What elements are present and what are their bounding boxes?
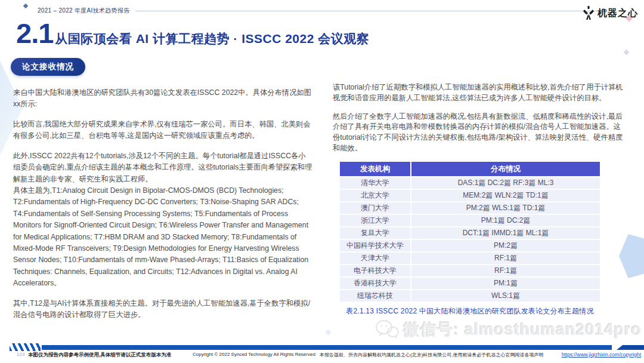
synced-logo-icon: [583, 5, 595, 21]
cell-institution: 中国科学技术大学: [340, 240, 411, 251]
footer-copyright: Copyright © 2022 Synced Technology All R…: [193, 352, 315, 357]
cell-distribution: PM:2篇 WLS:1篇 TD:1篇: [411, 202, 600, 214]
table-row: 清华大学 DAS:1篇 DC:2篇 RF:3篇 ML:3: [340, 177, 600, 189]
table-row: 中国科学技术大学 PM:2篇: [340, 240, 600, 251]
cell-distribution: DAS:1篇 DC:2篇 RF:3篇 ML:3: [411, 177, 600, 189]
table-row: 纽瑞芯科技 WLS:1篇: [340, 290, 600, 302]
footer-bar: [42, 345, 612, 350]
table-row: 北京大学 MEM:2篇 WLN:2篇 TD:1篇: [340, 190, 600, 201]
table-row: 浙江大学 PM:1篇 DC:2篇: [340, 215, 600, 226]
wechat-watermark-text: 微信号: almosthuman2014pro: [403, 319, 642, 340]
right-text-column: 该Tutorial介绍了近期数字和模拟人工智能加速器的实用概述和比较,首先介绍了…: [333, 82, 625, 316]
cell-institution: 纽瑞芯科技: [340, 290, 411, 302]
section-title-row: 2.1 从国际顶会看 AI 计算工程趋势 · ISSCC 2022 会议观察: [16, 17, 369, 50]
cell-institution: 天津大学: [340, 253, 411, 264]
table-header-institution: 发表机构: [340, 162, 411, 176]
page-title: 从国际顶会看 AI 计算工程趋势 · ISSCC 2022 会议观察: [55, 30, 369, 47]
table-row: 香港科技大学 PM:1篇: [340, 278, 600, 289]
navy-diamond-decoration: [23, 4, 28, 8]
cell-institution: 香港科技大学: [340, 278, 411, 289]
footer-bar-end: [617, 345, 644, 350]
section-number: 2.1: [16, 17, 53, 50]
cell-distribution: PM:2篇: [411, 240, 600, 251]
copyright-link[interactable]: https://www.jiqizhixin.com/copyright: [562, 352, 641, 358]
table-row: 澳门大学 PM:2篇 WLS:1篇 TD:1篇: [340, 202, 600, 214]
table-header-distribution: 分布情况: [411, 162, 600, 176]
footer: 123 本图仅为报告内容参考示例使用,具体细节请以正式发布版本为准 Copyri…: [0, 352, 644, 360]
synced-logo: 机器之心: [583, 5, 638, 21]
gray-diamond-decoration: [624, 50, 630, 56]
table-caption: 表2.1.13 ISSCC 2022 中国大陆和港澳地区的研究团队发表论文分布主…: [340, 306, 600, 316]
left-text-column: 来自中国大陆和港澳地区的研究团队共有30篇论文发表在ISSCC 2022中。具体…: [13, 87, 312, 330]
table-row: 复旦大学 DCT:1篇 IMMD:1篇 ML:1篇: [340, 227, 600, 239]
paragraph: 具体主题为,T1:Analog Circuit Design in Bipola…: [13, 185, 312, 290]
cell-distribution: RF:1篇: [411, 265, 600, 276]
cell-institution: 电子科技大学: [340, 265, 411, 276]
cell-institution: 清华大学: [340, 177, 411, 189]
paragraph: 该Tutorial介绍了近期数字和模拟人工智能加速器的实用概述和比较,首先介绍了…: [333, 82, 625, 104]
cell-distribution: WLS:1篇: [411, 290, 600, 302]
cell-institution: 澳门大学: [340, 202, 411, 214]
table-header-row: 发表机构 分布情况: [340, 162, 600, 176]
paragraph: 此外,ISSCC 2022共有12个tutorials,涉及12个不同的主题。每…: [13, 150, 312, 185]
wechat-watermark: 微信号: almosthuman2014pro: [374, 319, 642, 340]
table-row: 天津大学 RF:1篇: [340, 253, 600, 264]
blue-diamond-decoration: [326, 330, 332, 336]
paragraph: 比较而言,我国绝大部分研究成果来自学术界,仅有纽瑞芯一家公司。而日本、韩国、北美…: [13, 119, 312, 142]
paragraph: 其中,T12是与AI计算体系直接相关的主题。对于最先进的人工智能加速器,基于全数…: [13, 298, 312, 321]
cell-distribution: RF:1篇: [411, 253, 600, 264]
synced-logo-text: 机器之心: [597, 7, 638, 20]
cell-distribution: PM:1篇 DC:2篇: [411, 215, 600, 226]
cell-distribution: DCT:1篇 IMMD:1篇 ML:1篇: [411, 227, 600, 239]
paragraph: 来自中国大陆和港澳地区的研究团队共有30篇论文发表在ISSCC 2022中。具体…: [13, 87, 312, 110]
cell-institution: 北京大学: [340, 190, 411, 201]
table-row: 电子科技大学 RF:1篇: [340, 265, 600, 276]
publication-distribution-table: 发表机构 分布情况 清华大学 DAS:1篇 DC:2篇 RF:3篇 ML:3 北…: [340, 162, 600, 302]
page-number: 123: [17, 352, 24, 357]
cell-distribution: MEM:2篇 WLN:2篇 TD:1篇: [411, 190, 600, 201]
cell-institution: 复旦大学: [340, 227, 411, 239]
report-title-label: 2021 – 2022 年度AI技术趋势报告: [38, 7, 129, 15]
paper-acceptance-badge: 论文接收情况: [11, 58, 85, 76]
footer-rights: 本报告版权、所含内容解释权均属机器之心(北京)科技有限公司,使用前请务必于机器之…: [320, 352, 544, 358]
header-rule: [135, 11, 604, 11]
report-header-line: 2021 – 2022 年度AI技术趋势报告: [38, 7, 607, 15]
wechat-icon: [374, 319, 400, 340]
cell-institution: 浙江大学: [340, 215, 411, 226]
footer-disclaimer: 本图仅为报告内容参考示例使用,具体细节请以正式发布版本为准: [28, 352, 171, 359]
footer-hatch-decoration: [10, 343, 41, 351]
paragraph: 然后介绍了全数字人工智能加速器的概况,包括具有新数据流、低精度和稀疏性的设计,最…: [333, 112, 625, 154]
cell-distribution: PM:1篇: [411, 278, 600, 289]
